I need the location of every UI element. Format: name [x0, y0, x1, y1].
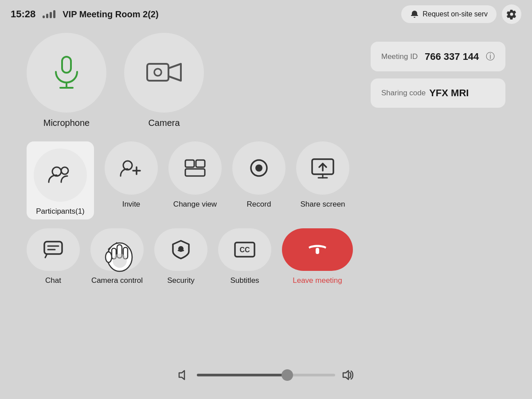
svg-rect-19 — [44, 242, 62, 254]
microphone-icon — [51, 55, 82, 90]
request-service-button[interactable]: Request on-site serv — [401, 5, 497, 23]
request-service-label: Request on-site serv — [422, 10, 488, 18]
header: 15:28 VIP Meeting Room 2(2) Request on-s… — [0, 0, 532, 28]
bell-icon — [410, 10, 419, 19]
record-button[interactable] — [232, 141, 286, 195]
change-view-label: Change view — [173, 200, 217, 209]
sharing-code-label: Sharing code — [381, 89, 426, 98]
signal-bar-4 — [53, 10, 55, 18]
svg-point-4 — [154, 69, 161, 76]
volume-row — [177, 369, 355, 381]
leave-meeting-label: Leave meeting — [293, 276, 342, 285]
chat-label: Chat — [45, 276, 61, 285]
subtitles-label: Subtitles — [230, 276, 259, 285]
participants-control: Participants(1) — [27, 141, 94, 219]
microphone-button[interactable] — [27, 33, 106, 113]
bottom-controls-row: Chat Camera control — [27, 228, 353, 285]
volume-slider[interactable] — [197, 374, 335, 376]
invite-control: Invite — [105, 141, 158, 219]
change-view-control: Change view — [168, 141, 222, 219]
signal-bar-2 — [46, 14, 48, 18]
chat-button[interactable] — [27, 228, 80, 271]
meeting-id-card: Meeting ID 766 337 144 ⓘ — [371, 42, 505, 71]
clock: 15:28 — [11, 8, 35, 20]
svg-marker-30 — [179, 371, 184, 379]
camera-control-button[interactable] — [90, 228, 144, 271]
sharing-code-value: YFX MRI — [429, 87, 469, 99]
record-label: Record — [247, 200, 271, 209]
volume-high-icon — [342, 369, 355, 381]
meeting-id-value: 766 337 144 — [425, 51, 479, 63]
sharing-code-card: Sharing code YFX MRI — [371, 78, 505, 108]
change-view-button[interactable] — [168, 141, 222, 195]
main-content: Microphone Camera — [0, 28, 532, 289]
gear-icon — [506, 9, 517, 20]
leave-icon — [306, 243, 329, 257]
info-section: Meeting ID 766 337 144 ⓘ Sharing code YF… — [371, 33, 505, 285]
subtitles-control: CC Subtitles — [218, 228, 271, 285]
header-left: 15:28 VIP Meeting Room 2(2) — [11, 8, 159, 20]
volume-thumb[interactable] — [282, 369, 293, 381]
record-icon — [248, 157, 270, 179]
signal-bar-3 — [50, 12, 52, 18]
participants-icon — [48, 165, 73, 185]
security-icon — [171, 239, 191, 260]
share-screen-icon — [310, 157, 335, 179]
room-title: VIP Meeting Room 2(2) — [63, 9, 158, 20]
svg-rect-11 — [185, 169, 205, 176]
camera-control-icon — [106, 240, 129, 259]
security-button[interactable] — [154, 228, 207, 271]
camera-control-label: Camera control — [91, 276, 143, 285]
top-controls-row: Microphone Camera — [27, 33, 353, 128]
middle-controls-row: Participants(1) Invite — [27, 141, 353, 219]
camera-icon — [146, 59, 182, 86]
chat-icon — [43, 240, 64, 259]
volume-low-icon — [177, 369, 190, 381]
svg-marker-31 — [343, 371, 348, 379]
camera-button[interactable] — [124, 33, 204, 113]
participants-label: Participants(1) — [36, 207, 85, 216]
share-screen-control: Share screen — [296, 141, 349, 219]
meeting-id-label: Meeting ID — [381, 52, 421, 61]
svg-point-6 — [61, 167, 68, 174]
participants-circle — [34, 149, 87, 202]
svg-text:CC: CC — [239, 246, 250, 254]
participants-button[interactable]: Participants(1) — [27, 141, 94, 219]
chat-control: Chat — [27, 228, 80, 285]
camera-control: Camera — [124, 33, 204, 128]
settings-button[interactable] — [502, 4, 521, 24]
invite-icon — [120, 158, 143, 178]
microphone-label: Microphone — [43, 118, 90, 128]
invite-label: Invite — [122, 200, 141, 209]
signal-bars — [43, 10, 55, 18]
svg-point-14 — [255, 164, 262, 172]
share-screen-label: Share screen — [300, 200, 345, 209]
change-view-icon — [184, 158, 207, 178]
microphone-control: Microphone — [27, 33, 106, 128]
subtitles-icon: CC — [233, 240, 256, 259]
record-control: Record — [232, 141, 286, 219]
svg-rect-3 — [147, 64, 168, 81]
svg-rect-0 — [62, 57, 71, 73]
camera-control-item: Camera control — [90, 228, 144, 285]
svg-rect-29 — [316, 248, 319, 254]
share-screen-button[interactable] — [296, 141, 349, 195]
signal-bar-1 — [43, 16, 45, 18]
controls-section: Microphone Camera — [27, 33, 353, 285]
svg-rect-10 — [185, 160, 194, 167]
subtitles-button[interactable]: CC — [218, 228, 271, 271]
info-icon[interactable]: ⓘ — [486, 51, 495, 63]
camera-label: Camera — [148, 118, 180, 128]
invite-button[interactable] — [105, 141, 158, 195]
svg-rect-12 — [196, 160, 205, 167]
header-right: Request on-site serv — [401, 4, 521, 24]
security-label: Security — [167, 276, 194, 285]
security-control: Security — [154, 228, 207, 285]
volume-fill — [197, 374, 287, 376]
leave-meeting-button[interactable] — [282, 228, 353, 271]
leave-meeting-control: Leave meeting — [282, 228, 353, 285]
